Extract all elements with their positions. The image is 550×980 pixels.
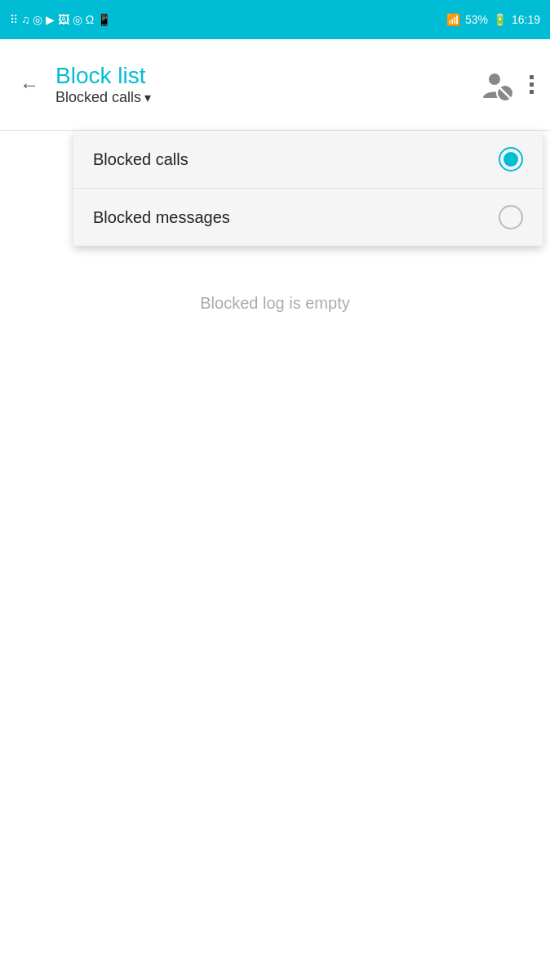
- battery-percentage: 53%: [465, 13, 488, 26]
- status-bar: ⠿ ♫ ◎ ▶ 🖼 ◎ Ω 📱 📶 53% 🔋 16:19: [0, 0, 550, 39]
- app-bar: ← Block list Blocked calls ▾: [0, 39, 550, 131]
- dropdown-item-label-blocked-messages: Blocked messages: [93, 208, 230, 227]
- dropdown-item-blocked-calls[interactable]: Blocked calls: [73, 131, 543, 189]
- radio-button-blocked-calls[interactable]: [499, 147, 523, 172]
- block-contact-button[interactable]: [481, 69, 513, 101]
- subtitle-row[interactable]: Blocked calls ▾: [55, 89, 481, 106]
- overflow-dot-3: [530, 90, 534, 94]
- dropdown-menu: Blocked calls Blocked messages: [73, 131, 543, 246]
- title-group: Block list Blocked calls ▾: [55, 63, 481, 106]
- battery-icon: 🔋: [493, 13, 507, 26]
- back-button[interactable]: ←: [13, 67, 46, 103]
- status-bar-right: 📶 53% 🔋 16:19: [446, 13, 540, 26]
- status-bar-left: ⠿ ♫ ◎ ▶ 🖼 ◎ Ω 📱: [10, 13, 111, 26]
- radio-inner-selected: [503, 152, 518, 167]
- app-bar-actions: [481, 69, 537, 101]
- clock: 16:19: [512, 13, 540, 26]
- wifi-icon: 📶: [446, 13, 460, 26]
- empty-state-message: Blocked log is empty: [200, 294, 349, 313]
- radio-button-blocked-messages[interactable]: [499, 205, 523, 229]
- chevron-down-icon: ▾: [144, 90, 151, 105]
- dropdown-item-label-blocked-calls: Blocked calls: [93, 150, 189, 169]
- svg-point-0: [489, 74, 500, 85]
- overflow-dot-1: [530, 75, 534, 79]
- subtitle-text: Blocked calls: [55, 89, 141, 106]
- overflow-dot-2: [530, 82, 534, 87]
- page-title: Block list: [55, 63, 481, 89]
- app-icons: ⠿ ♫ ◎ ▶ 🖼 ◎ Ω 📱: [10, 13, 111, 26]
- overflow-menu-button[interactable]: [526, 72, 537, 97]
- dropdown-item-blocked-messages[interactable]: Blocked messages: [73, 189, 543, 246]
